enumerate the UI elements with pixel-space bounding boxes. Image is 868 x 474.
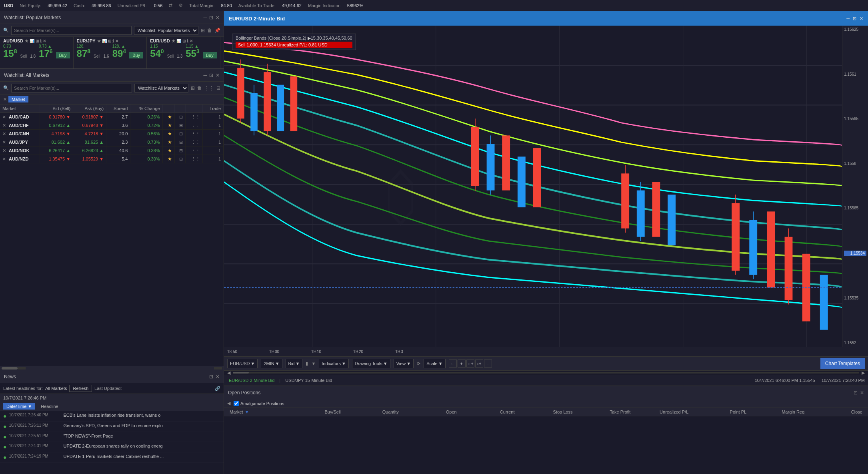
minimize-positions-icon[interactable]: ─: [848, 390, 851, 396]
icon-cell-2[interactable]: ⋮⋮: [185, 113, 203, 121]
indicators-btn[interactable]: Indicators ▼: [319, 359, 349, 368]
refresh-button[interactable]: Refresh: [69, 385, 92, 392]
link-icon[interactable]: 🔗: [215, 386, 220, 391]
amalgamate-checkbox[interactable]: [234, 401, 239, 406]
scale-btn[interactable]: Scale ▼: [424, 359, 445, 368]
chart-icon[interactable]: 📊: [30, 39, 34, 43]
sync-icon[interactable]: ⟳: [417, 361, 420, 366]
table-row[interactable]: ✕ AUD/CHF 0.67912 ▲ 0.67948 ▼ 3.6 0.72% …: [0, 121, 224, 130]
star-cell[interactable]: ★: [162, 138, 174, 147]
trade-icon[interactable]: ⊞: [182, 39, 186, 43]
market-tab[interactable]: Market: [8, 96, 28, 102]
popout-positions-icon[interactable]: ⊡: [854, 390, 858, 396]
icon-cell-1[interactable]: ⊞: [174, 155, 185, 163]
icon-cell-1[interactable]: ⊞: [174, 121, 185, 130]
star-cell[interactable]: ★: [162, 121, 174, 130]
close-icon[interactable]: ✕: [216, 15, 220, 20]
table-row[interactable]: ✕ AUD/NZD 1.05475 ▼ 1.05529 ▼ 5.4 0.30% …: [0, 155, 224, 163]
delete-icon[interactable]: 🗑: [207, 28, 212, 33]
price-type-selector[interactable]: Bid ▼: [286, 359, 303, 368]
pin-icon[interactable]: 📌: [214, 28, 220, 33]
table-row[interactable]: ✕ AUD/CAD 0.91780 ▼ 0.91807 ▼ 2.7 0.26% …: [0, 113, 224, 121]
news-list[interactable]: 10/7/2021 7:26:46 PM Date/Time ▼ Headlin…: [0, 394, 224, 474]
table-row[interactable]: ✕ AUD/NOK 6.26417 ▲ 6.26823 ▲ 40.6 0.38%…: [0, 147, 224, 155]
nav-zoom-in[interactable]: +: [458, 360, 466, 368]
info-icon[interactable]: ℹ: [112, 39, 114, 43]
popular-watchlist-select[interactable]: Watchlist: Popular Markets: [134, 26, 198, 35]
news-item[interactable]: ● 10/7/2021 7:26:40 PM ECB's Lane insist…: [0, 411, 224, 422]
close-icon[interactable]: ✕: [190, 39, 193, 43]
trade-icon[interactable]: ⊞: [108, 39, 111, 43]
news-item[interactable]: ● 10/7/2021 7:24:31 PM UPDATE 2-European…: [0, 442, 224, 452]
close-news-icon[interactable]: ✕: [216, 374, 220, 380]
nav-zoom-in-v[interactable]: ↕+: [475, 360, 483, 368]
icon-cell-1[interactable]: ⊞: [174, 130, 185, 138]
chart-tab-usdjpy[interactable]: USD/JPY 15-Minute Bid: [284, 377, 334, 384]
drawing-tools-btn[interactable]: Drawing Tools ▼: [352, 359, 390, 368]
news-item[interactable]: ● 10/7/2021 7:26:11 PM Germany's SPD, Gr…: [0, 422, 224, 432]
nav-left[interactable]: ←: [449, 360, 457, 368]
chart-icon[interactable]: 📊: [176, 39, 181, 43]
icon-cell-2[interactable]: ⋮⋮: [185, 138, 203, 147]
icon-cell-1[interactable]: ⊞: [174, 113, 185, 121]
news-item[interactable]: ● 10/7/2021 7:25:51 PM "TOP NEWS"-Front …: [0, 432, 224, 442]
minimize-icon[interactable]: ─: [203, 15, 207, 20]
popout-icon[interactable]: ⊡: [209, 15, 213, 20]
candle-icon[interactable]: ▮: [306, 361, 308, 366]
chart-tab-eurusd[interactable]: EUR/USD 2-Minute Bid: [227, 377, 276, 384]
icon-cell-2[interactable]: ⋮⋮: [185, 121, 203, 130]
col-datetime-header[interactable]: Date/Time ▼: [3, 403, 35, 410]
timeframe-selector[interactable]: 2MIN ▼: [261, 359, 282, 368]
chart-icon[interactable]: 📊: [102, 39, 107, 43]
col-market-header[interactable]: Market ▼: [227, 410, 285, 414]
star-cell[interactable]: ★: [162, 147, 174, 155]
icon-cell-1[interactable]: ⊞: [174, 147, 185, 155]
news-item[interactable]: ● 10/7/2021 7:24:19 PM UPDATE 1-Peru mar…: [0, 452, 224, 463]
popular-search-input[interactable]: [11, 26, 132, 35]
chart-area[interactable]: Bollinger Bands (Close,20,Simple,2) ▶15,…: [224, 26, 868, 347]
minimize-icon[interactable]: ─: [203, 72, 207, 78]
icon-cell-2[interactable]: ⋮⋮: [185, 147, 203, 155]
star-icon[interactable]: ★: [97, 39, 101, 43]
grid-icon-2[interactable]: ⊞: [191, 85, 195, 91]
icon-cell-1[interactable]: ⊞: [174, 138, 185, 147]
star-icon[interactable]: ★: [172, 39, 175, 43]
icon-cell-2[interactable]: ⋮⋮: [185, 130, 203, 138]
close-icon[interactable]: ✕: [115, 39, 118, 43]
star-icon[interactable]: ★: [25, 39, 28, 43]
info-icon[interactable]: ℹ: [40, 39, 42, 43]
table-row[interactable]: ✕ AUD/JPY 81.602 ▲ 81.625 ▲ 2.3 0.73% ★ …: [0, 138, 224, 147]
view-btn[interactable]: View ▼: [394, 359, 414, 368]
candle-settings-icon[interactable]: ▼: [311, 361, 316, 366]
popout-icon[interactable]: ⊡: [209, 72, 213, 78]
star-cell[interactable]: ★: [162, 130, 174, 138]
buy-button[interactable]: Buy: [129, 52, 143, 58]
grid-icon[interactable]: ⊞: [201, 28, 205, 33]
watchlist-table-container[interactable]: Market Bid (Sell) Ask (Buy) Spread % Cha…: [0, 104, 224, 366]
all-markets-select[interactable]: Watchlist: All Markets: [134, 84, 188, 92]
trade-icon[interactable]: ⊞: [36, 39, 39, 43]
close-icon[interactable]: ✕: [216, 72, 220, 78]
chart-templates-button[interactable]: Chart Templates: [820, 358, 865, 369]
settings-icon[interactable]: ⚙: [179, 3, 183, 8]
close-positions-icon[interactable]: ✕: [860, 390, 864, 396]
chart-popout-icon[interactable]: ⊡: [853, 16, 856, 21]
popout-news-icon[interactable]: ⊡: [209, 374, 213, 380]
info-icon[interactable]: ℹ: [187, 39, 188, 43]
nav-zoom-out[interactable]: -: [484, 360, 492, 368]
symbol-selector[interactable]: EUR/USD ▼: [227, 359, 258, 368]
minimize-news-icon[interactable]: ─: [203, 374, 207, 380]
chart-minimize-icon[interactable]: ─: [846, 16, 850, 21]
layout-icon[interactable]: ⊟: [216, 85, 220, 91]
buy-button[interactable]: Buy: [203, 52, 217, 58]
close-icon[interactable]: ✕: [43, 39, 46, 43]
amalgamate-label[interactable]: Amalgamate Positions: [234, 401, 284, 406]
star-cell[interactable]: ★: [162, 155, 174, 163]
icon-cell-2[interactable]: ⋮⋮: [185, 155, 203, 163]
buy-button[interactable]: Buy: [56, 52, 70, 58]
transfer-icon[interactable]: ⇄: [169, 3, 172, 8]
table-row[interactable]: ✕ AUD/CNH 4.7198 ▼ 4.7218 ▼ 20.0 0.56% ★…: [0, 130, 224, 138]
positions-toggle-icon[interactable]: ◀: [227, 401, 230, 406]
chart-close-icon[interactable]: ✕: [860, 16, 863, 21]
options-icon[interactable]: ⋮⋮: [204, 85, 214, 91]
